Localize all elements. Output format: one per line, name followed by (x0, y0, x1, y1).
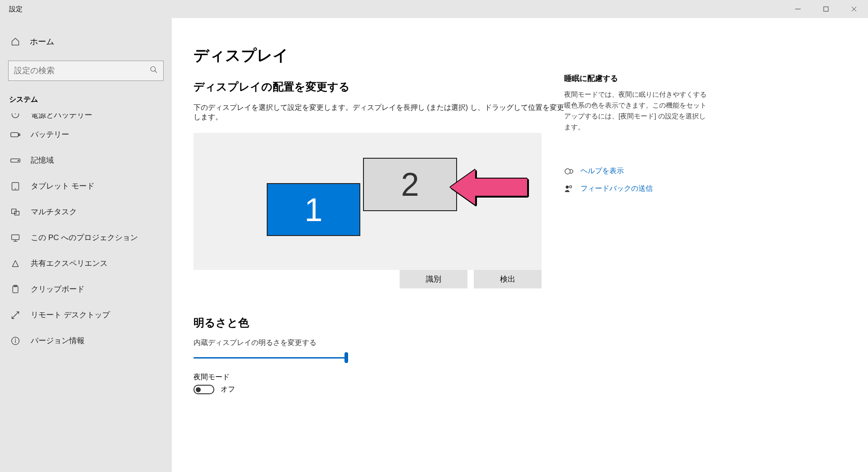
sidebar-item-label: リモート デスクトップ (31, 310, 110, 320)
sidebar-item-label: 電源とバッテリー (31, 113, 92, 120)
toggle-knob (196, 387, 201, 392)
display-arrangement-area[interactable]: 1 2 (193, 133, 542, 270)
feedback-link-row[interactable]: フィードバックの送信 (564, 184, 709, 194)
identify-button[interactable]: 識別 (400, 270, 467, 288)
monitor-2-label: 2 (401, 166, 419, 203)
sidebar-item-power[interactable]: 電源とバッテリー (0, 113, 172, 122)
brightness-title: 明るさと色 (193, 316, 564, 330)
tablet-icon (9, 182, 22, 191)
sidebar-item-shared[interactable]: 共有エクスペリエンス (0, 250, 172, 276)
window-controls (784, 0, 868, 18)
feedback-icon (564, 184, 573, 194)
svg-rect-16 (12, 235, 19, 240)
night-mode-toggle[interactable] (193, 385, 214, 394)
sidebar-item-label: この PC へのプロジェクション (31, 232, 138, 243)
help-link-row[interactable]: ヘルプを表示 (564, 166, 709, 176)
clipboard-icon (9, 285, 22, 294)
sleep-description: 夜間モードでは、夜間に眠りに付きやすくする暖色系の色を表示できます。この機能をセ… (564, 89, 709, 132)
info-icon (9, 336, 22, 345)
svg-rect-15 (14, 211, 19, 215)
sidebar-item-label: 共有エクスペリエンス (31, 258, 108, 269)
home-nav[interactable]: ホーム (0, 32, 172, 56)
sidebar-nav: 電源とバッテリー バッテリー 記憶域 タブレット モード (0, 113, 172, 354)
sidebar-item-storage[interactable]: 記憶域 (0, 147, 172, 173)
brightness-slider-label: 内蔵ディスプレイの明るさを変更する (193, 338, 564, 348)
annotation-arrow (450, 167, 532, 209)
window-title: 設定 (0, 5, 23, 14)
sidebar-item-label: タブレット モード (31, 181, 94, 191)
search-icon (150, 66, 158, 76)
titlebar: 設定 (0, 0, 868, 18)
svg-point-29 (566, 185, 569, 189)
svg-point-28 (565, 169, 571, 174)
svg-line-5 (155, 71, 157, 73)
home-label: ホーム (30, 36, 54, 47)
svg-line-17 (12, 260, 15, 266)
monitor-2[interactable]: 2 (363, 158, 457, 211)
sidebar-item-battery[interactable]: バッテリー (0, 122, 172, 147)
night-mode-state: オフ (221, 385, 235, 394)
svg-point-26 (15, 339, 16, 339)
multitask-icon (9, 208, 22, 217)
home-icon (9, 37, 22, 46)
project-icon (9, 233, 22, 242)
main-content: ディスプレイ ディスプレイの配置を変更する 下のディスプレイを選択して設定を変更… (172, 18, 868, 472)
sidebar-item-label: バッテリー (31, 129, 69, 140)
minimize-button[interactable] (784, 0, 812, 18)
sleep-title: 睡眠に配慮する (564, 73, 709, 84)
svg-point-30 (570, 185, 572, 188)
maximize-button[interactable] (812, 0, 840, 18)
svg-rect-8 (11, 132, 18, 137)
slider-thumb[interactable] (344, 352, 348, 363)
arrange-description: 下のディスプレイを選択して設定を変更します。ディスプレイを長押し (または選択)… (193, 103, 564, 122)
page-title: ディスプレイ (193, 45, 564, 66)
feedback-link[interactable]: フィードバックの送信 (580, 184, 653, 194)
identify-label: 識別 (426, 274, 441, 284)
sidebar: ホーム システム 電源とバッテリー バッテリー (0, 18, 172, 472)
brightness-slider[interactable] (193, 349, 346, 366)
svg-point-11 (18, 160, 19, 161)
night-mode-toggle-row: オフ (193, 385, 564, 394)
search-field[interactable] (14, 66, 150, 76)
battery-icon (9, 132, 22, 138)
search-input[interactable] (8, 61, 164, 81)
sidebar-item-tablet[interactable]: タブレット モード (0, 173, 172, 199)
power-icon (9, 113, 22, 119)
svg-marker-27 (450, 170, 527, 205)
sidebar-item-multitask[interactable]: マルチタスク (0, 199, 172, 225)
share-icon (9, 259, 22, 268)
svg-line-18 (15, 260, 19, 266)
sidebar-item-project[interactable]: この PC へのプロジェクション (0, 225, 172, 250)
sidebar-item-remote[interactable]: リモート デスクトップ (0, 302, 172, 328)
storage-icon (9, 157, 22, 164)
help-link[interactable]: ヘルプを表示 (580, 166, 624, 176)
sidebar-item-label: バージョン情報 (31, 335, 85, 346)
sidebar-item-label: クリップボード (31, 284, 85, 294)
svg-line-23 (12, 314, 16, 318)
detect-button[interactable]: 検出 (474, 270, 542, 288)
svg-point-4 (151, 66, 156, 71)
monitor-1[interactable]: 1 (267, 183, 360, 236)
detect-label: 検出 (500, 274, 515, 284)
sidebar-item-label: マルチタスク (31, 207, 77, 217)
sidebar-item-about[interactable]: バージョン情報 (0, 328, 172, 354)
monitor-1-label: 1 (304, 191, 322, 228)
svg-rect-1 (824, 7, 828, 11)
night-mode-label: 夜間モード (193, 373, 564, 382)
sidebar-item-label: 記憶域 (31, 155, 54, 165)
sidebar-section-label: システム (0, 92, 172, 113)
help-icon (564, 167, 573, 176)
close-button[interactable] (840, 0, 868, 18)
right-column: 睡眠に配慮する 夜間モードでは、夜間に眠りに付きやすくする暖色系の色を表示できま… (564, 45, 727, 472)
arrange-title: ディスプレイの配置を変更する (193, 80, 564, 94)
svg-rect-9 (19, 134, 20, 136)
remote-icon (9, 311, 22, 320)
sidebar-item-clipboard[interactable]: クリップボード (0, 276, 172, 302)
